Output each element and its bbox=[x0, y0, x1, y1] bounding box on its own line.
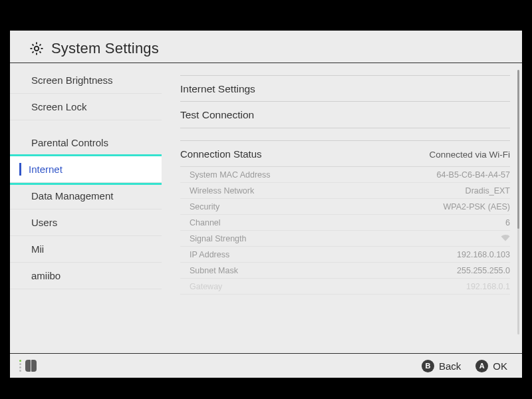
sidebar-item-amiibo[interactable]: amiibo bbox=[10, 263, 162, 289]
scrollbar-thumb[interactable] bbox=[517, 70, 519, 229]
hint-back[interactable]: B Back bbox=[422, 360, 461, 372]
status-row-signal: Signal Strength bbox=[180, 231, 510, 247]
status-row-gateway: Gateway 192.168.0.1 bbox=[180, 279, 510, 295]
status-row-security: Security WPA2-PSK (AES) bbox=[180, 199, 510, 215]
settings-gear-icon bbox=[29, 41, 45, 57]
joycon-icon bbox=[25, 360, 37, 372]
hint-back-label: Back bbox=[439, 360, 461, 372]
footer: B Back A OK bbox=[10, 354, 522, 378]
status-row-ip: IP Address 192.168.0.103 bbox=[180, 247, 510, 263]
a-button-icon: A bbox=[475, 360, 488, 372]
hint-ok[interactable]: A OK bbox=[475, 360, 507, 372]
status-row-channel: Channel 6 bbox=[180, 215, 510, 231]
body: Screen Brightness Screen Lock Parental C… bbox=[10, 63, 522, 354]
sidebar-item-parental-controls[interactable]: Parental Controls bbox=[10, 130, 162, 156]
page-title: System Settings bbox=[51, 40, 159, 57]
sidebar-gap bbox=[10, 120, 162, 130]
option-internet-settings[interactable]: Internet Settings bbox=[180, 75, 510, 102]
svg-point-0 bbox=[35, 47, 39, 51]
hint-ok-label: OK bbox=[493, 360, 507, 372]
status-row-ssid: Wireless Network Dradis_EXT bbox=[180, 183, 510, 199]
sidebar-item-data-management[interactable]: Data Management bbox=[10, 183, 162, 209]
controller-indicator bbox=[19, 360, 37, 372]
connection-status-header: Connection Status Connected via Wi-Fi bbox=[180, 140, 510, 167]
sidebar: Screen Brightness Screen Lock Parental C… bbox=[10, 63, 162, 353]
status-row-subnet: Subnet Mask 255.255.255.0 bbox=[180, 263, 510, 279]
wifi-signal-icon bbox=[501, 234, 510, 243]
device-bezel: System Settings Screen Brightness Screen… bbox=[0, 0, 532, 399]
option-test-connection[interactable]: Test Connection bbox=[180, 102, 510, 128]
connection-status-title: Connection Status bbox=[180, 141, 262, 168]
screen: System Settings Screen Brightness Screen… bbox=[10, 31, 522, 378]
sidebar-item-screen-brightness[interactable]: Screen Brightness bbox=[10, 67, 162, 94]
connection-status-value: Connected via Wi-Fi bbox=[429, 142, 510, 168]
spacer bbox=[180, 128, 510, 140]
sidebar-item-users[interactable]: Users bbox=[10, 209, 162, 236]
detail-panel: Internet Settings Test Connection Connec… bbox=[162, 63, 522, 353]
sidebar-item-internet[interactable]: Internet bbox=[10, 156, 162, 183]
b-button-icon: B bbox=[422, 360, 434, 372]
header: System Settings bbox=[10, 31, 522, 63]
status-row-mac: System MAC Address 64-B5-C6-B4-A4-57 bbox=[180, 167, 510, 183]
player-led-icon bbox=[19, 360, 21, 372]
sidebar-item-screen-lock[interactable]: Screen Lock bbox=[10, 94, 162, 120]
detail-scrollbar[interactable] bbox=[517, 70, 519, 334]
sidebar-item-mii[interactable]: Mii bbox=[10, 236, 162, 263]
